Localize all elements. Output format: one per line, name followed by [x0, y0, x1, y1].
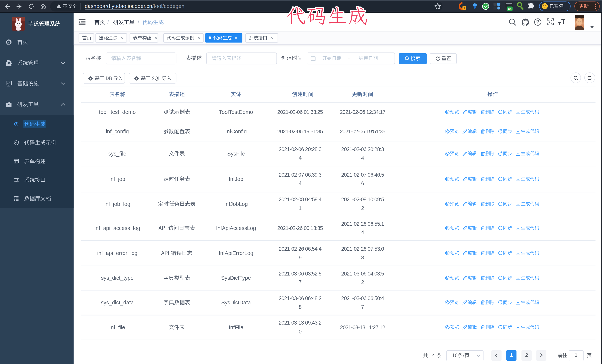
- svg-text:on: on: [508, 7, 512, 10]
- svg-text:1: 1: [463, 6, 465, 10]
